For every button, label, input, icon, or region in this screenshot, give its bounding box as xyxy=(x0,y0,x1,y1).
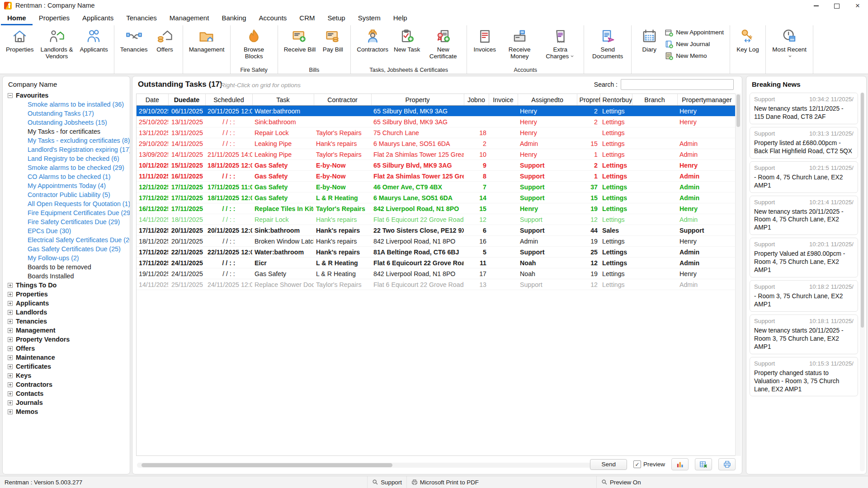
task-cell-duedate[interactable]: 25/11/2025 xyxy=(168,279,205,290)
task-cell-jobno[interactable]: 6 xyxy=(464,225,489,236)
task-cell-invoice[interactable] xyxy=(489,192,518,203)
news-item[interactable]: Support/11/2025 10:34:2New tenancy start… xyxy=(750,93,858,124)
task-cell-propref[interactable]: 2 xyxy=(577,106,600,117)
task-cell-propref[interactable]: 19 xyxy=(577,268,600,279)
task-cell-contractor[interactable] xyxy=(314,117,371,127)
task-cell-task[interactable]: Gas Safety xyxy=(252,171,314,182)
task-cell-jobno[interactable] xyxy=(464,106,489,117)
task-cell-pm[interactable]: Henry xyxy=(677,203,736,214)
task-cell-task[interactable]: Eicr xyxy=(252,258,314,268)
task-cell-propref[interactable]: 15 xyxy=(577,192,600,203)
task-cell-scheduled[interactable]: / / : : xyxy=(205,127,252,138)
task-cell-invoice[interactable] xyxy=(489,214,518,225)
news-item[interactable]: Support/11/2025 10:21:4New tenancy start… xyxy=(750,196,858,235)
task-cell-invoice[interactable] xyxy=(489,225,518,236)
task-cell-contractor[interactable]: Hank's repairs xyxy=(314,214,371,225)
task-cell-rentorbuy[interactable]: Sales xyxy=(600,225,632,236)
ribbon-receive-money[interactable]: Receive Money xyxy=(499,27,540,61)
task-cell-scheduled[interactable]: / / : : xyxy=(205,117,252,127)
sidebar-section-memos[interactable]: Memos xyxy=(3,407,130,416)
task-cell-branch[interactable] xyxy=(632,268,677,279)
task-cell-contractor[interactable]: E-by-Now xyxy=(314,160,371,171)
task-cell-duedate[interactable]: 13/11/2025 xyxy=(168,127,205,138)
expand-icon[interactable] xyxy=(8,310,13,315)
ribbon-new-certificate[interactable]: New Certificate xyxy=(423,27,463,61)
task-cell-branch[interactable] xyxy=(632,236,677,247)
task-cell-task[interactable]: Sink:bathroom xyxy=(252,117,314,127)
ribbon-offers[interactable]: Offers xyxy=(151,27,179,54)
task-cell-property[interactable]: 842 Liverpool Road, N1 8PO xyxy=(371,268,464,279)
task-cell-rentorbuy[interactable]: Lettings xyxy=(600,247,632,258)
task-cell-assignedto[interactable]: Admin xyxy=(518,236,577,247)
task-cell-propref[interactable]: 12 xyxy=(577,279,600,290)
task-row[interactable]: 13/11/202513/11/2025/ / : :Repair LockTa… xyxy=(137,127,736,138)
ribbon-most-recent[interactable]: Most Recent xyxy=(769,27,810,61)
column-header-propref[interactable]: Propref xyxy=(577,94,600,106)
task-cell-invoice[interactable] xyxy=(489,171,518,182)
task-cell-date[interactable]: 29/10/2025 xyxy=(137,106,168,117)
task-cell-date[interactable]: 17/11/2025 xyxy=(137,247,168,258)
task-cell-duedate[interactable]: 16/11/2025 xyxy=(168,171,205,182)
task-cell-jobno[interactable]: 15 xyxy=(464,203,489,214)
task-cell-invoice[interactable] xyxy=(489,279,518,290)
task-row[interactable]: 18/11/202520/11/2025/ / : :Broken Window… xyxy=(137,236,736,247)
status-support[interactable]: Support xyxy=(367,476,406,488)
task-cell-property[interactable]: Flat 6 Equicourt 22 Grove Road, Bl xyxy=(371,214,464,225)
task-cell-duedate[interactable]: 06/11/2025 xyxy=(168,106,205,117)
task-row[interactable]: 16/11/202517/11/2025/ / : :Replace Tiles… xyxy=(137,203,736,214)
news-item[interactable]: Support/11/2025 10:15:3Property changed … xyxy=(750,357,858,397)
task-cell-task[interactable]: Repair Lock xyxy=(252,127,314,138)
task-cell-scheduled[interactable]: 20/11/2025 12:00 xyxy=(205,106,252,117)
news-item[interactable]: Support/11/2025 10:21:5- Room 4, 75 Chur… xyxy=(750,161,858,193)
task-cell-duedate[interactable]: 20/11/2025 xyxy=(168,236,205,247)
task-cell-duedate[interactable]: 24/11/2025 xyxy=(168,268,205,279)
task-cell-invoice[interactable] xyxy=(489,258,518,268)
task-cell-jobno[interactable]: 11 xyxy=(464,258,489,268)
print-grid-icon[interactable] xyxy=(718,458,736,470)
task-cell-assignedto[interactable]: Support xyxy=(518,160,577,171)
task-cell-branch[interactable] xyxy=(632,127,677,138)
sidebar-item-favourites[interactable]: Favourites xyxy=(3,91,130,100)
task-cell-property[interactable]: 6 Maurys Lane, SO51 6DA xyxy=(371,192,464,203)
column-header-contractor[interactable]: Contractor xyxy=(314,94,371,106)
sidebar-item-smoke-alarms-to-be-installed-36[interactable]: Smoke alarms to be installed (36) xyxy=(3,100,130,109)
sidebar-item-fire-equipment-certificates-due-29[interactable]: Fire Equipment Certificates Due (29) xyxy=(3,208,130,217)
task-cell-duedate[interactable]: 20/11/2025 xyxy=(168,225,205,236)
task-cell-task[interactable]: Gas Safety xyxy=(252,182,314,192)
task-cell-jobno[interactable]: 13 xyxy=(464,279,489,290)
task-row[interactable]: 13/09/202514/11/202521/11/2025 14:00Leak… xyxy=(137,149,736,160)
ribbon-new-journal[interactable]: New Journal xyxy=(665,40,724,48)
task-cell-scheduled[interactable]: 17/11/2025 11:00 xyxy=(205,182,252,192)
preview-checkbox[interactable]: ✓ xyxy=(633,460,641,468)
task-cell-propref[interactable] xyxy=(577,127,600,138)
task-cell-date[interactable]: 11/11/2025 xyxy=(137,171,168,182)
task-cell-duedate[interactable]: 24/11/2025 xyxy=(168,258,205,268)
task-cell-assignedto[interactable]: Noah xyxy=(518,268,577,279)
sidebar-item-co-alarms-to-be-checked-1[interactable]: CO Alarms to be checked (1) xyxy=(3,172,130,181)
task-cell-property[interactable]: 81A Beltinge Road, CT6 6BJ xyxy=(371,247,464,258)
column-header-date[interactable]: Date xyxy=(137,94,168,106)
task-cell-duedate[interactable]: 14/11/2025 xyxy=(168,149,205,160)
task-cell-duedate[interactable]: 15/11/2025 xyxy=(168,160,205,171)
task-cell-scheduled[interactable]: 24/11/2025 12:00 xyxy=(205,279,252,290)
task-cell-date[interactable]: 14/11/2025 xyxy=(137,279,168,290)
ribbon-receive-bill[interactable]: Receive Bill xyxy=(281,27,319,54)
sidebar-section-journals[interactable]: Journals xyxy=(3,398,130,407)
task-cell-pm[interactable]: Admin xyxy=(677,182,736,192)
task-row[interactable]: 10/11/202515/11/202518/11/2025 12:00Gas … xyxy=(137,160,736,171)
sidebar-section-management[interactable]: Management xyxy=(3,326,130,335)
ribbon-applicants[interactable]: Applicants xyxy=(77,27,111,54)
task-cell-pm[interactable] xyxy=(677,127,736,138)
task-cell-propref[interactable]: 25 xyxy=(577,247,600,258)
task-cell-assignedto[interactable]: Admin xyxy=(518,138,577,149)
task-cell-duedate[interactable]: 14/11/2025 xyxy=(168,138,205,149)
sidebar-item-land-registry-to-be-checked-6[interactable]: Land Registry to be checked (6) xyxy=(3,154,130,163)
task-cell-jobno[interactable]: 12 xyxy=(464,214,489,225)
task-cell-pm[interactable]: Henry xyxy=(677,236,736,247)
task-cell-duedate[interactable]: 17/11/2025 xyxy=(168,203,205,214)
task-cell-jobno[interactable]: 18 xyxy=(464,127,489,138)
task-cell-property[interactable]: 6 Maurys Lane, SO51 6DA xyxy=(371,138,464,149)
task-cell-propref[interactable]: 44 xyxy=(577,225,600,236)
expand-icon[interactable] xyxy=(8,364,13,369)
expand-icon[interactable] xyxy=(8,283,13,288)
